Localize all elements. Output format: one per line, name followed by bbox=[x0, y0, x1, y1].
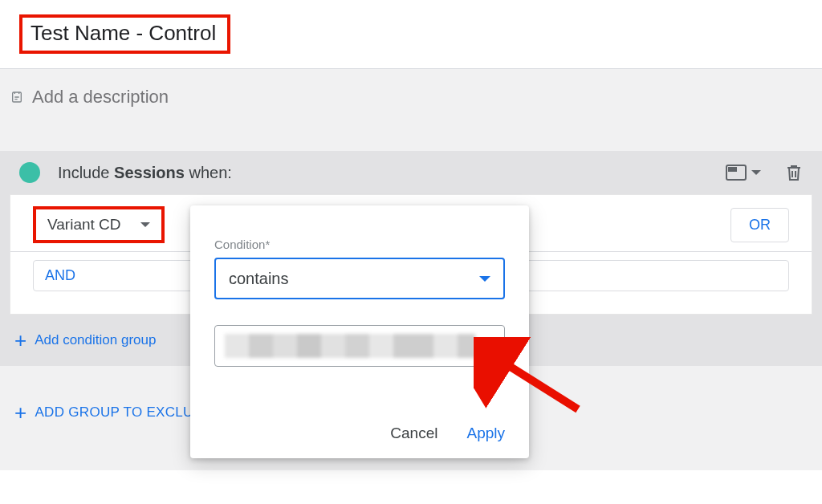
include-indicator-icon bbox=[19, 162, 40, 183]
condition-field-label: Condition* bbox=[214, 238, 505, 251]
description-row[interactable]: Add a description bbox=[0, 69, 822, 128]
add-group-to-exclude-label: ADD GROUP TO EXCLU bbox=[35, 404, 193, 421]
condition-value-tail: .0 bbox=[480, 335, 494, 356]
description-placeholder: Add a description bbox=[32, 87, 169, 108]
condition-operator-select[interactable]: contains bbox=[214, 258, 505, 299]
title-highlight-box: Test Name - Control bbox=[19, 14, 230, 54]
include-scope: Sessions bbox=[114, 164, 185, 181]
or-button[interactable]: OR bbox=[730, 208, 789, 242]
delete-group-button[interactable] bbox=[785, 163, 803, 182]
scope-icon bbox=[726, 165, 747, 181]
cancel-button[interactable]: Cancel bbox=[390, 425, 437, 442]
include-group-header: Include Sessions when: bbox=[0, 151, 822, 194]
chevron-down-icon bbox=[751, 170, 761, 175]
redacted-value bbox=[225, 334, 475, 358]
title-bar: Test Name - Control bbox=[0, 0, 822, 69]
page-title: Test Name - Control bbox=[31, 21, 216, 45]
chevron-down-icon bbox=[140, 222, 150, 227]
description-icon bbox=[10, 90, 24, 104]
condition-value-input[interactable]: .0 bbox=[214, 325, 505, 367]
include-prefix: Include bbox=[58, 164, 110, 181]
apply-button[interactable]: Apply bbox=[466, 425, 505, 442]
scope-selector[interactable] bbox=[726, 165, 761, 181]
dimension-label: Variant CD bbox=[47, 216, 121, 234]
svg-rect-2 bbox=[728, 167, 737, 172]
add-condition-group-label: Add condition group bbox=[35, 332, 156, 348]
condition-popover: Condition* contains .0 Cancel Apply bbox=[190, 205, 529, 458]
include-suffix: when: bbox=[189, 164, 231, 181]
include-group-title: Include Sessions when: bbox=[58, 164, 726, 182]
dimension-selector[interactable]: Variant CD bbox=[33, 206, 165, 243]
popover-actions: Cancel Apply bbox=[214, 425, 505, 442]
condition-operator-value: contains bbox=[229, 270, 289, 288]
chevron-down-icon bbox=[479, 276, 490, 282]
